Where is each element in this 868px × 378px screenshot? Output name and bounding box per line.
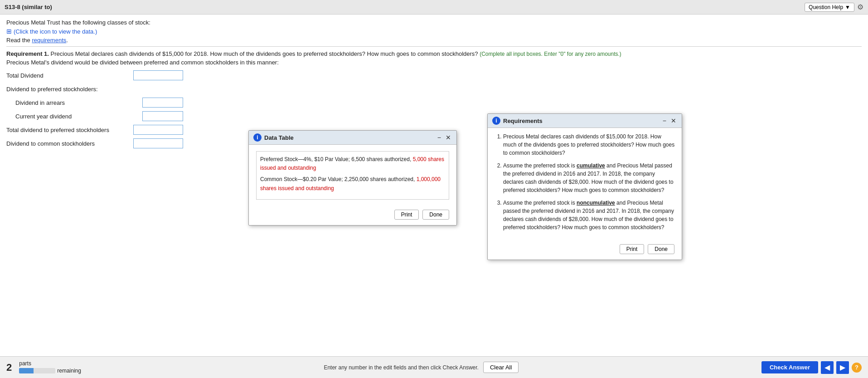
data-icon-link[interactable]: ⊞ (Click the icon to view the data.) (6, 28, 862, 35)
top-bar-right: Question Help ▼ ⚙ (805, 3, 863, 12)
requirements-done-button[interactable]: Done (648, 244, 674, 254)
requirements-modal-footer: Print Done (488, 241, 682, 260)
requirement-item-3: Assume the preferred stock is noncumulat… (503, 199, 675, 231)
data-table-body: Preferred Stock—4%, $10 Par Value; 6,500… (249, 145, 456, 206)
req-1-text: Precious Metal declares cash dividends o… (503, 133, 674, 156)
read-text: Read the (6, 37, 32, 44)
requirement-item-2: Assume the preferred stock is cumulative… (503, 162, 675, 194)
common-stock-row: Common Stock—$0.20 Par Value; 2,250,000 … (260, 175, 445, 192)
gear-icon[interactable]: ⚙ (857, 3, 863, 11)
req-modal-header-left: i Requirements (492, 117, 543, 125)
current-year-input[interactable] (142, 111, 183, 121)
green-instruction: (Complete all input boxes. Enter "0" for… (480, 51, 621, 57)
requirements-print-button[interactable]: Print (620, 244, 645, 254)
common-dividend-label: Dividend to common stockholders (6, 140, 133, 147)
common-stock-text: Common Stock—$0.20 Par Value; 2,250,000 … (260, 176, 417, 182)
data-table-print-button[interactable]: Print (394, 210, 419, 220)
total-dividend-row: Total Dividend (6, 69, 862, 81)
preferred-header-label: Dividend to preferred stockholders: (6, 86, 133, 93)
grid-icon[interactable]: ⊞ (6, 28, 12, 35)
requirement-item-1: Precious Metal declares cash dividends o… (503, 133, 675, 157)
preferred-header-row: Dividend to preferred stockholders: (6, 83, 862, 95)
requirements-link[interactable]: requirements (32, 37, 66, 44)
requirement-header-rest: Precious Metal declares cash dividends o… (51, 50, 478, 57)
divider (6, 46, 862, 47)
requirement-label: Requirement 1. (6, 50, 49, 57)
requirements-minimize-button[interactable]: − (662, 117, 667, 124)
data-table-footer: Print Done (249, 206, 456, 225)
question-help-button[interactable]: Question Help ▼ (805, 3, 854, 12)
click-data-link[interactable]: (Click the icon to view the data.) (14, 28, 97, 35)
total-dividend-input[interactable] (133, 70, 183, 80)
data-table-modal: i Data Table − ✕ Preferred Stock—4%, $10… (248, 130, 457, 226)
data-table-title: Data Table (264, 134, 294, 141)
main-content: Precious Metal Trust has the following c… (0, 15, 868, 356)
current-year-label: Current year dividend (15, 113, 142, 120)
modal-header-left: i Data Table (253, 133, 294, 142)
req-2-text: Assume the preferred stock is cumulative… (503, 162, 674, 193)
data-table-close-button[interactable]: ✕ (445, 134, 452, 141)
top-bar: S13-8 (similar to) Question Help ▼ ⚙ (0, 0, 868, 15)
requirements-modal-title: Requirements (503, 118, 543, 124)
intro-text: Precious Metal Trust has the following c… (6, 19, 862, 26)
data-table-modal-controls: − ✕ (436, 134, 452, 141)
question-help-label: Question Help (809, 4, 843, 10)
dividend-note: Precious Metal's dividend would be divid… (6, 59, 862, 66)
preferred-stock-row: Preferred Stock—4%, $10 Par Value; 6,500… (260, 155, 445, 172)
dividend-arrears-label: Dividend in arrears (15, 99, 142, 106)
total-dividend-label: Total Dividend (6, 72, 133, 79)
current-year-row: Current year dividend (15, 110, 862, 122)
requirements-modal-body: Precious Metal declares cash dividends o… (488, 128, 682, 241)
requirement-header: Requirement 1. Precious Metal declares c… (6, 50, 862, 57)
data-table-minimize-button[interactable]: − (436, 134, 442, 141)
data-table-info-icon: i (253, 133, 262, 142)
requirements-modal-header: i Requirements − ✕ (488, 114, 682, 128)
window-title: S13-8 (similar to) (5, 4, 52, 10)
total-preferred-input[interactable] (133, 125, 183, 135)
data-table-content: Preferred Stock—4%, $10 Par Value; 6,500… (256, 151, 449, 200)
dropdown-arrow-icon: ▼ (845, 4, 850, 10)
common-dividend-input[interactable] (133, 138, 183, 148)
requirements-info-icon: i (492, 117, 500, 125)
preferred-stock-text: Preferred Stock—4%, $10 Par Value; 6,500… (260, 156, 413, 162)
requirements-close-button[interactable]: ✕ (670, 117, 677, 124)
requirements-modal: i Requirements − ✕ Precious Metal declar… (487, 113, 682, 260)
data-table-modal-header: i Data Table − ✕ (249, 131, 456, 145)
requirements-list: Precious Metal declares cash dividends o… (494, 133, 675, 231)
dividend-arrears-row: Dividend in arrears (15, 97, 862, 108)
read-requirements-line: Read the requirements. (6, 37, 862, 44)
total-preferred-label: Total dividend to preferred stockholders (6, 127, 133, 133)
intro-main-text: Precious Metal Trust has the following c… (6, 19, 150, 26)
req-modal-controls: − ✕ (662, 117, 677, 124)
dividend-arrears-input[interactable] (142, 98, 183, 108)
req-3-text: Assume the preferred stock is noncumulat… (503, 200, 674, 231)
data-table-done-button[interactable]: Done (422, 210, 449, 220)
